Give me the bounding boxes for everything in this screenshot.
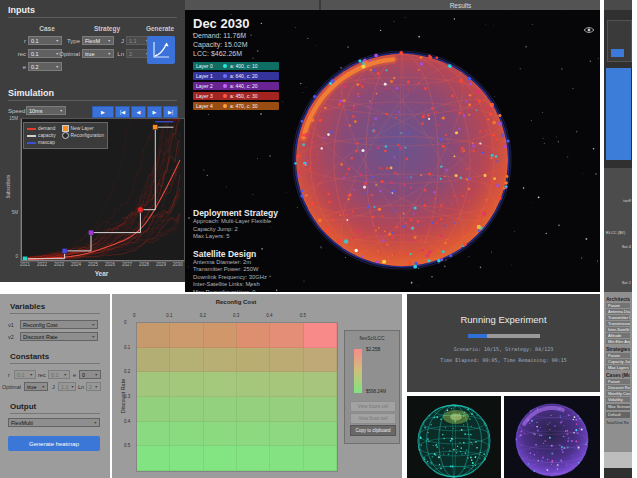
const-rec-select[interactable]: 0.1 bbox=[48, 370, 70, 379]
heatmap-cell[interactable] bbox=[170, 446, 203, 471]
heatmap-cell[interactable] bbox=[137, 348, 170, 373]
v2-label: v2 bbox=[8, 334, 14, 340]
globe-view[interactable]: Dec 2030 Demand: 11.76M Capacity: 15.02M… bbox=[185, 10, 600, 292]
legend-reconfiguration[interactable]: Reconfiguration bbox=[62, 132, 105, 139]
heatmap-cell[interactable] bbox=[270, 446, 303, 471]
heatmap-cell[interactable] bbox=[237, 372, 270, 397]
cases-row[interactable]: Discount Rat bbox=[606, 385, 630, 390]
view-flows-cell-button[interactable]: View flows cell bbox=[350, 413, 396, 424]
legend-new-layer[interactable]: New Layer bbox=[62, 125, 105, 132]
heatmap-cell[interactable] bbox=[304, 397, 337, 422]
const-r-select[interactable]: 0.1 bbox=[14, 370, 36, 379]
deployment-title: Deployment Strategy bbox=[193, 208, 343, 218]
heatmap-cell[interactable] bbox=[137, 446, 170, 471]
thumbnail-constellation-purple[interactable] bbox=[504, 396, 600, 478]
generate-heatmap-button[interactable]: Generate heatmap bbox=[8, 436, 100, 451]
heatmap-cell[interactable] bbox=[204, 422, 237, 447]
cases-row[interactable]: Monthly Cost bbox=[606, 391, 630, 396]
current-date: Dec 2030 bbox=[193, 16, 279, 31]
architecture-row[interactable]: Transmission bbox=[606, 321, 630, 326]
strategy-optimal-select[interactable]: true bbox=[82, 49, 114, 58]
tab-results[interactable]: Results bbox=[321, 0, 600, 10]
strategy-type-select[interactable]: FlexM bbox=[82, 36, 114, 45]
layer-legend-item[interactable]: Layer 3a: 450, c: 30 bbox=[193, 92, 279, 100]
const-e-select[interactable]: 0 bbox=[79, 370, 101, 379]
heatmap-cell[interactable] bbox=[170, 348, 203, 373]
heatmap-cell[interactable] bbox=[137, 372, 170, 397]
step-forward-button[interactable]: ▶ bbox=[147, 106, 162, 118]
heatmap-cell[interactable] bbox=[170, 397, 203, 422]
visibility-toggle[interactable] bbox=[583, 20, 595, 38]
strategies-row[interactable]: Max Layers bbox=[606, 365, 630, 370]
skip-start-button[interactable]: |◀ bbox=[115, 106, 130, 118]
input-e-label: e bbox=[10, 64, 26, 70]
heatmap-cell[interactable] bbox=[237, 323, 270, 348]
cases-row[interactable]: Param bbox=[606, 379, 630, 384]
cases-row[interactable]: Volatility bbox=[606, 397, 630, 402]
heatmap-cell[interactable] bbox=[204, 372, 237, 397]
heatmap-cell[interactable] bbox=[304, 422, 337, 447]
layer-legend-item[interactable]: Layer 1a: 640, c: 20 bbox=[193, 72, 279, 80]
play-button[interactable]: ▶ bbox=[92, 106, 114, 118]
v1-select[interactable]: Reconfig Cost bbox=[20, 320, 98, 329]
architecture-row[interactable]: Transmitter P bbox=[606, 315, 630, 320]
copy-to-clipboard-button[interactable]: Copy to clipboard bbox=[350, 425, 396, 436]
strip-label-tariff: tariff bbox=[623, 198, 631, 203]
heatmap-cell[interactable] bbox=[170, 323, 203, 348]
heatmap-cell[interactable] bbox=[204, 323, 237, 348]
heatmap-cell[interactable] bbox=[137, 422, 170, 447]
input-r-select[interactable]: 0.1 bbox=[28, 36, 62, 45]
const-ln-select[interactable]: 2 bbox=[86, 382, 101, 391]
heatmap-cell[interactable] bbox=[270, 372, 303, 397]
const-optimal-select[interactable]: true bbox=[24, 382, 48, 391]
strategies-row[interactable]: Param bbox=[606, 353, 630, 358]
const-j-select[interactable]: 1.1 bbox=[58, 382, 76, 391]
constants-header: Constants bbox=[10, 352, 100, 364]
architecture-row[interactable]: Altitude bbox=[606, 333, 630, 338]
heatmap-cell[interactable] bbox=[270, 422, 303, 447]
generate-button[interactable] bbox=[147, 36, 175, 64]
heatmap-cell[interactable] bbox=[170, 372, 203, 397]
heatmap-cell[interactable] bbox=[204, 348, 237, 373]
simulation-chart[interactable]: demand capacity maxcap New Layer Reconfi… bbox=[20, 118, 185, 262]
speed-select[interactable]: 10ms bbox=[26, 106, 66, 115]
layer-legend-item[interactable]: Layer 0a: 400, c: 10 bbox=[193, 62, 279, 70]
variables-header: Variables bbox=[10, 302, 100, 314]
strip-button[interactable]: Default bbox=[606, 412, 630, 418]
strip-button[interactable]: Max Scenario bbox=[606, 404, 630, 410]
heatmap-cell[interactable] bbox=[204, 446, 237, 471]
input-e-select[interactable]: 0.2 bbox=[28, 62, 62, 71]
heatmap-cell[interactable] bbox=[237, 422, 270, 447]
architecture-row[interactable]: Inter-Satellit bbox=[606, 327, 630, 332]
heatmap-cell[interactable] bbox=[304, 348, 337, 373]
heatmap-ylabel: Discount Rate bbox=[120, 322, 128, 470]
heatmap-cell[interactable] bbox=[204, 397, 237, 422]
heatmap-cell[interactable] bbox=[237, 397, 270, 422]
heatmap-cell[interactable] bbox=[304, 446, 337, 471]
heatmap-cell[interactable] bbox=[137, 323, 170, 348]
layer-legend-item[interactable]: Layer 4a: 470, c: 30 bbox=[193, 102, 279, 110]
heatmap-cell[interactable] bbox=[304, 323, 337, 348]
view-future-cell-button[interactable]: View future cell bbox=[350, 401, 396, 412]
heatmap-cell[interactable] bbox=[304, 372, 337, 397]
heatmap-cell[interactable] bbox=[270, 397, 303, 422]
strategies-row[interactable]: Capacity Jum bbox=[606, 359, 630, 364]
architecture-row[interactable]: Antenna Diam bbox=[606, 309, 630, 314]
heatmap-cell[interactable] bbox=[237, 446, 270, 471]
architecture-row[interactable]: Min Elev Angle bbox=[606, 339, 630, 344]
strip-run-button[interactable] bbox=[611, 49, 624, 57]
v2-select[interactable]: Discount Rate bbox=[20, 332, 98, 341]
thumbnail-constellation-teal[interactable] bbox=[407, 396, 501, 478]
heatmap-cell[interactable] bbox=[270, 323, 303, 348]
heatmap-cell[interactable] bbox=[237, 348, 270, 373]
step-back-button[interactable]: ◀ bbox=[131, 106, 146, 118]
heatmap-grid[interactable] bbox=[136, 322, 338, 472]
architecture-row[interactable]: Param bbox=[606, 303, 630, 308]
layer-legend-item[interactable]: Layer 2a: 440, c: 20 bbox=[193, 82, 279, 90]
output-select[interactable]: FlexMulti bbox=[8, 418, 100, 427]
heatmap-cell[interactable] bbox=[170, 422, 203, 447]
heatmap-cell[interactable] bbox=[270, 348, 303, 373]
skip-end-button[interactable]: ▶| bbox=[163, 106, 178, 118]
heatmap-cell[interactable] bbox=[137, 397, 170, 422]
ytick-15m: 15M bbox=[4, 116, 18, 121]
